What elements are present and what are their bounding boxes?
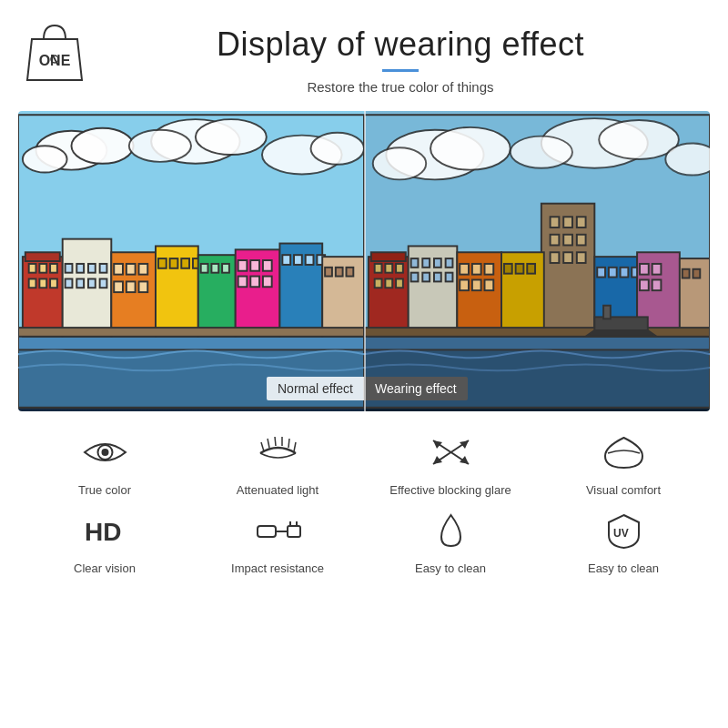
svg-rect-124 xyxy=(693,269,700,278)
svg-rect-27 xyxy=(66,278,73,288)
svg-rect-32 xyxy=(114,264,123,275)
svg-rect-57 xyxy=(306,255,314,265)
features-section: True color xyxy=(0,430,728,577)
svg-rect-85 xyxy=(577,217,586,228)
svg-text:HD: HD xyxy=(85,518,121,546)
comparison-divider xyxy=(364,111,366,411)
feature-easy-clean: Easy to clean xyxy=(378,508,523,577)
svg-text:UV: UV xyxy=(613,527,629,540)
svg-rect-119 xyxy=(652,264,662,275)
easy-clean-icon xyxy=(423,508,478,553)
svg-rect-91 xyxy=(577,252,586,263)
svg-rect-63 xyxy=(18,328,364,337)
svg-rect-51 xyxy=(238,277,248,288)
svg-rect-106 xyxy=(472,279,481,290)
blocking-glare-label: Effective blocking glare xyxy=(389,482,511,499)
svg-rect-39 xyxy=(158,258,167,268)
svg-rect-75 xyxy=(371,252,406,261)
main-title: Display of wearing effect xyxy=(91,25,710,64)
svg-rect-18 xyxy=(50,264,57,273)
svg-line-136 xyxy=(294,442,296,451)
svg-rect-45 xyxy=(211,264,218,273)
svg-point-67 xyxy=(373,147,426,179)
svg-rect-123 xyxy=(682,269,690,278)
svg-rect-100 xyxy=(446,273,453,282)
feature-blocking-glare: Effective blocking glare xyxy=(378,430,523,499)
title-underline xyxy=(382,69,419,72)
visual-comfort-icon xyxy=(596,430,651,475)
svg-rect-99 xyxy=(434,273,441,282)
uv-protect-label: Easy to clean xyxy=(588,561,659,577)
svg-rect-125 xyxy=(364,328,710,337)
svg-rect-105 xyxy=(460,279,469,290)
svg-point-11 xyxy=(311,133,364,165)
svg-rect-62 xyxy=(347,268,354,277)
svg-rect-78 xyxy=(396,264,403,273)
svg-rect-52 xyxy=(250,277,259,288)
image-comparison: Normal effect xyxy=(18,111,710,411)
svg-marker-128 xyxy=(586,330,657,337)
svg-rect-90 xyxy=(563,252,572,263)
svg-point-66 xyxy=(430,127,511,170)
svg-rect-56 xyxy=(294,255,302,265)
true-color-label: True color xyxy=(78,482,131,499)
svg-rect-19 xyxy=(29,278,36,288)
svg-rect-44 xyxy=(201,264,208,273)
feature-clear-vision: HD Clear vision xyxy=(32,508,177,577)
wearing-effect-image: Wearing effect xyxy=(364,111,710,411)
features-row-2: HD Clear vision Impact r xyxy=(18,508,710,577)
header: ONE Display of wearing effect Restore th… xyxy=(0,0,728,95)
attenuated-light-label: Attenuated light xyxy=(237,482,318,499)
feature-true-color: True color xyxy=(32,430,177,499)
svg-rect-83 xyxy=(551,217,560,228)
svg-rect-35 xyxy=(114,281,123,292)
svg-rect-28 xyxy=(76,278,84,288)
svg-rect-40 xyxy=(170,258,178,268)
svg-rect-53 xyxy=(263,277,272,288)
svg-rect-146 xyxy=(288,526,300,537)
svg-rect-26 xyxy=(100,264,107,273)
svg-rect-80 xyxy=(385,278,392,288)
title-section: Display of wearing effect Restore the tr… xyxy=(91,16,710,95)
svg-rect-111 xyxy=(527,264,535,274)
svg-rect-104 xyxy=(485,264,494,275)
features-row-1: True color xyxy=(18,430,710,499)
feature-visual-comfort: Visual comfort xyxy=(551,430,696,499)
feature-uv-protect: UV Easy to clean xyxy=(551,508,696,577)
svg-rect-20 xyxy=(39,278,46,288)
impact-resistance-label: Impact resistance xyxy=(231,561,324,577)
svg-rect-95 xyxy=(434,258,441,268)
svg-rect-84 xyxy=(563,217,572,228)
svg-rect-29 xyxy=(88,278,96,288)
svg-rect-87 xyxy=(563,235,572,246)
impact-resistance-icon xyxy=(250,508,305,553)
clear-vision-icon: HD xyxy=(77,508,132,553)
svg-point-70 xyxy=(511,136,572,168)
svg-rect-121 xyxy=(652,279,662,290)
svg-rect-110 xyxy=(516,264,524,274)
svg-rect-97 xyxy=(411,273,419,282)
visual-comfort-label: Visual comfort xyxy=(586,482,661,499)
feature-impact-resistance: Impact resistance xyxy=(205,508,350,577)
svg-rect-86 xyxy=(551,235,560,246)
svg-rect-41 xyxy=(181,258,189,268)
normal-effect-image: Normal effect xyxy=(18,111,364,411)
svg-rect-98 xyxy=(422,273,430,282)
svg-rect-24 xyxy=(76,264,84,273)
svg-rect-21 xyxy=(50,278,57,288)
svg-rect-49 xyxy=(250,260,259,271)
svg-rect-120 xyxy=(640,279,649,290)
svg-rect-93 xyxy=(411,258,419,268)
page: ONE Display of wearing effect Restore th… xyxy=(0,0,728,728)
svg-rect-46 xyxy=(222,264,229,273)
svg-rect-107 xyxy=(485,279,494,290)
easy-clean-label: Easy to clean xyxy=(415,561,486,577)
uv-protect-icon: UV xyxy=(596,508,651,553)
svg-rect-88 xyxy=(577,235,586,246)
svg-rect-109 xyxy=(504,264,512,274)
svg-rect-15 xyxy=(25,252,60,261)
svg-rect-55 xyxy=(282,255,290,265)
svg-rect-89 xyxy=(551,252,560,263)
svg-rect-77 xyxy=(385,264,392,273)
attenuated-light-icon xyxy=(250,430,305,475)
